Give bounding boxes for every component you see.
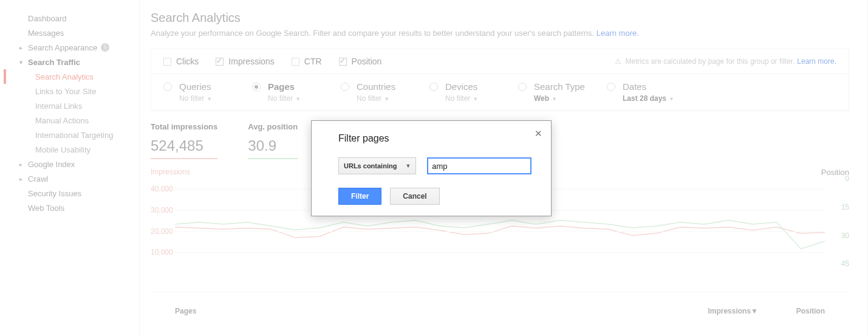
chevron-down-icon: ▼ [405,163,411,169]
filter-button[interactable]: Filter [338,188,381,205]
filter-mode-dropdown[interactable]: URLs containing▼ [338,157,416,174]
filter-pages-modal: ✕ Filter pages URLs containing▼ Filter C… [311,120,552,216]
close-icon[interactable]: ✕ [535,128,542,139]
modal-title: Filter pages [338,133,538,144]
filter-value-input[interactable] [427,157,531,174]
cancel-button[interactable]: Cancel [390,188,439,205]
